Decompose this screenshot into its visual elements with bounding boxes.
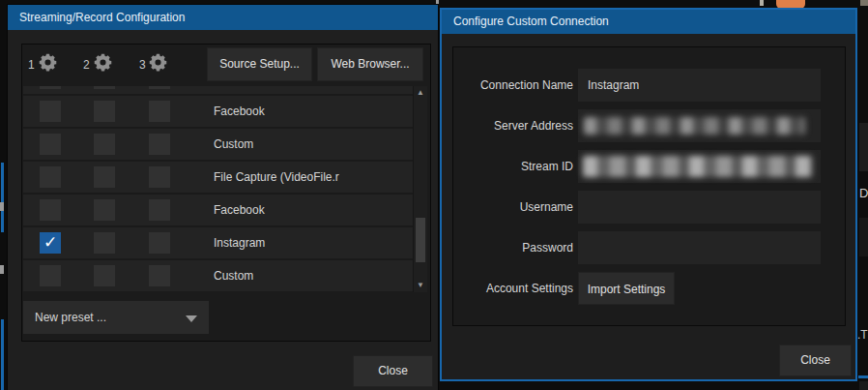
source-setup-button[interactable]: Source Setup... xyxy=(207,47,312,81)
checkbox[interactable] xyxy=(94,134,115,155)
preset-row-label: Facebook xyxy=(214,195,265,225)
background-gray-tick xyxy=(760,0,764,6)
checkbox[interactable] xyxy=(94,232,115,254)
username-field[interactable] xyxy=(578,191,821,224)
gear-icon[interactable] xyxy=(38,52,58,73)
background-text-fragment: .T xyxy=(857,328,868,342)
preset-column-number: 1 xyxy=(28,58,35,72)
scroll-down-icon[interactable]: ▼ xyxy=(414,279,427,292)
checkbox[interactable] xyxy=(94,199,115,221)
checkbox[interactable] xyxy=(149,134,170,155)
checkbox[interactable] xyxy=(94,101,115,122)
preset-row-label: Instagram xyxy=(214,227,265,258)
background-gray-mark xyxy=(0,202,4,211)
background-gray-mark xyxy=(0,265,4,274)
checkbox[interactable] xyxy=(149,86,170,89)
server-address-field[interactable] xyxy=(578,109,821,142)
checkbox[interactable] xyxy=(40,265,61,286)
gear-icon[interactable] xyxy=(93,52,113,73)
connection-name-label: Connection Name xyxy=(463,69,573,102)
preset-row-label: Facebook xyxy=(214,96,265,127)
dialog-title: Streaming/Record Configuration xyxy=(19,11,185,24)
checkbox[interactable] xyxy=(149,232,170,254)
new-preset-label: New preset ... xyxy=(35,301,106,334)
preset-row-label: File Capture (VideoFile.r xyxy=(214,162,339,193)
table-row[interactable]: Facebook xyxy=(23,195,413,227)
form-row: Connection Name Instagram xyxy=(453,69,845,102)
server-address-label: Server Address xyxy=(463,109,573,142)
stream-id-label: Stream ID xyxy=(463,150,573,183)
preset-column-number: 3 xyxy=(139,58,146,72)
form-row: Password xyxy=(453,231,845,264)
checkbox[interactable] xyxy=(40,134,61,155)
background-blue-edge-line xyxy=(1,319,4,390)
table-row-partial[interactable] xyxy=(23,86,413,96)
checkbox[interactable] xyxy=(94,86,115,89)
streaming-record-configuration-dialog: Streaming/Record Configuration 1 2 3 Sou… xyxy=(8,5,438,390)
preset-list: Facebook Custom File Capture (VideoFile.… xyxy=(23,86,413,292)
close-button[interactable]: Close xyxy=(779,345,852,376)
dialog-titlebar[interactable]: Streaming/Record Configuration xyxy=(8,5,438,30)
preset-row-label: Custom xyxy=(214,129,253,160)
checkbox[interactable] xyxy=(149,101,170,122)
web-browser-button[interactable]: Web Browser... xyxy=(317,47,423,81)
checkbox[interactable] xyxy=(40,166,61,188)
checkbox[interactable] xyxy=(40,232,61,254)
screen: D .T Streaming/Record Configuration 1 2 … xyxy=(0,0,868,390)
checkbox[interactable] xyxy=(94,166,115,188)
checkbox[interactable] xyxy=(40,86,61,89)
checkbox[interactable] xyxy=(149,265,170,286)
table-row[interactable]: Custom xyxy=(23,129,413,162)
account-settings-label: Account Settings xyxy=(463,272,573,305)
background-text-fragment: D xyxy=(859,186,868,200)
form-row: Server Address xyxy=(453,109,845,142)
checkbox[interactable] xyxy=(40,199,61,221)
table-row[interactable]: Custom xyxy=(23,260,413,292)
connection-name-field[interactable]: Instagram xyxy=(578,69,821,102)
redacted-blur xyxy=(584,117,805,135)
background-panel-sliver xyxy=(859,218,868,256)
new-preset-dropdown[interactable]: New preset ... xyxy=(23,301,209,334)
checkbox[interactable] xyxy=(149,199,170,221)
preset-groupbox: 1 2 3 Source Setup... Web Browser... xyxy=(21,44,431,342)
checkbox[interactable] xyxy=(149,166,170,188)
stream-id-field[interactable] xyxy=(578,150,821,183)
form-row: Account Settings Import Settings xyxy=(453,272,845,305)
close-button[interactable]: Close xyxy=(353,355,433,387)
background-panel-sliver xyxy=(859,381,868,390)
table-row[interactable]: File Capture (VideoFile.r xyxy=(23,162,413,195)
table-row[interactable]: Instagram xyxy=(23,227,413,260)
import-settings-button[interactable]: Import Settings xyxy=(578,272,675,305)
preset-column-number: 2 xyxy=(83,58,90,72)
connection-groupbox: Connection Name Instagram Server Address… xyxy=(452,46,846,326)
dialog-titlebar[interactable]: Configure Custom Connection xyxy=(442,10,855,34)
chevron-down-icon xyxy=(186,315,197,322)
scroll-up-icon[interactable]: ▲ xyxy=(414,86,427,100)
background-blue-line xyxy=(858,375,868,378)
scrollbar-thumb[interactable] xyxy=(416,218,425,262)
form-row: Username xyxy=(453,191,845,224)
form-row: Stream ID xyxy=(453,150,845,183)
background-tan-sliver xyxy=(860,0,868,6)
background-blue-edge-line xyxy=(1,163,4,232)
username-label: Username xyxy=(463,191,573,224)
checkbox[interactable] xyxy=(40,101,61,122)
dialog-title: Configure Custom Connection xyxy=(453,15,609,28)
table-row[interactable]: Facebook xyxy=(23,96,413,129)
password-field[interactable] xyxy=(578,231,821,264)
redacted-blur xyxy=(583,156,813,177)
preset-row-label: Custom xyxy=(214,260,253,291)
list-scrollbar[interactable]: ▲ ▼ xyxy=(413,86,427,292)
background-panel-sliver xyxy=(859,123,868,171)
gear-icon[interactable] xyxy=(148,52,168,73)
configure-custom-connection-dialog: Configure Custom Connection Connection N… xyxy=(440,8,857,381)
password-label: Password xyxy=(463,231,573,264)
checkbox[interactable] xyxy=(94,265,115,286)
